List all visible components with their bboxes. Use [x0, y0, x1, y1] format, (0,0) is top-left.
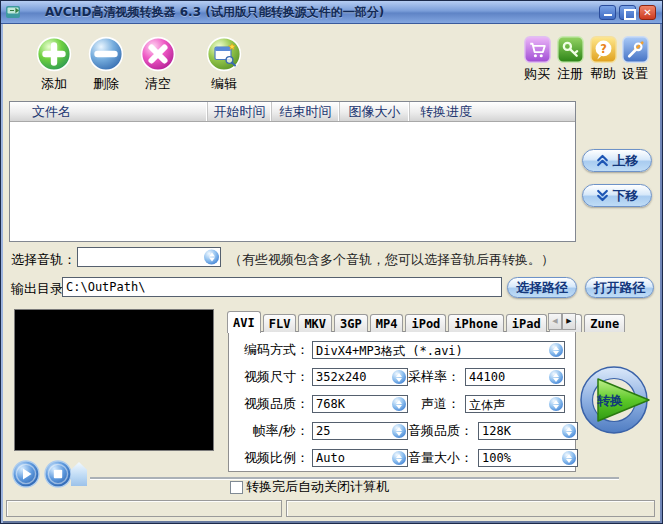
stop-button[interactable] [44, 460, 72, 488]
window-title: AVCHD高清视频转换器 6.3 (试用版只能转换源文件的一部分) [45, 4, 384, 21]
settings-button[interactable]: 设置 [618, 36, 652, 83]
spinner-icon[interactable] [204, 250, 219, 265]
remove-button[interactable]: 删除 [83, 36, 129, 93]
tab-flv[interactable]: FLV [263, 314, 297, 332]
spinner-icon[interactable] [392, 451, 406, 465]
tab-scroll: ◀ ▶ [548, 313, 576, 330]
stop-icon [44, 460, 72, 488]
column-filename[interactable]: 文件名 [10, 102, 208, 121]
move-up-button[interactable]: 上移 [582, 149, 652, 172]
move-down-button[interactable]: 下移 [582, 184, 652, 207]
spinner-icon[interactable] [549, 397, 563, 411]
channel-select[interactable]: 立体声 [465, 395, 565, 413]
video-size-value: 352x240 [316, 370, 389, 384]
video-quality-label: 视频品质： [237, 395, 309, 413]
minimize-button[interactable] [599, 5, 616, 20]
volume-value: 100% [482, 451, 559, 465]
seek-slider-thumb[interactable] [71, 462, 87, 486]
spinner-icon[interactable] [392, 424, 406, 438]
choose-path-button[interactable]: 选择路径 [507, 277, 577, 298]
tab-scroll-right-icon[interactable]: ▶ [562, 313, 576, 330]
double-chevron-up-icon [596, 154, 609, 167]
spinner-icon[interactable] [549, 343, 563, 357]
shutdown-option: 转换完后自动关闭计算机 [230, 478, 389, 496]
aspect-row: 视频比例： Auto 音量大小： 100% [237, 448, 565, 468]
convert-icon: 转换 [579, 364, 657, 436]
audio-quality-value: 128K [482, 424, 559, 438]
app-icon [5, 4, 21, 20]
spinner-icon[interactable] [562, 424, 576, 438]
spinner-icon[interactable] [549, 370, 563, 384]
add-button[interactable]: 添加 [31, 36, 77, 93]
edit-button[interactable]: 编辑 [201, 36, 247, 93]
clear-label: 清空 [135, 75, 181, 93]
shutdown-checkbox-label: 转换完后自动关闭计算机 [246, 478, 389, 496]
encode-settings-panel: 编码方式： DivX4+MP3格式 (*.avi) 视频尺寸： 352x240 … [228, 331, 576, 472]
spinner-icon[interactable] [562, 451, 576, 465]
aspect-value: Auto [316, 451, 389, 465]
shutdown-checkbox[interactable] [230, 481, 243, 494]
convert-button[interactable]: 转换 [579, 364, 657, 436]
aspect-label: 视频比例： [237, 449, 309, 467]
video-preview [14, 309, 214, 451]
tab-scroll-left-icon[interactable]: ◀ [548, 313, 562, 330]
remove-icon [88, 36, 124, 72]
title-bar: AVCHD高清视频转换器 6.3 (试用版只能转换源文件的一部分) [1, 1, 662, 24]
video-size-select[interactable]: 352x240 [312, 368, 408, 386]
tab-avi[interactable]: AVI [227, 311, 261, 333]
aspect-select[interactable]: Auto [312, 449, 408, 467]
open-path-button[interactable]: 打开路径 [585, 277, 654, 298]
spinner-icon[interactable] [392, 397, 406, 411]
clear-button[interactable]: 清空 [135, 36, 181, 93]
help-button[interactable]: ? 帮助 [586, 36, 620, 83]
encoding-select[interactable]: DivX4+MP3格式 (*.avi) [312, 341, 565, 359]
column-end-time[interactable]: 结束时间 [272, 102, 340, 121]
column-progress[interactable]: 转换进度 [410, 102, 575, 121]
column-image-size[interactable]: 图像大小 [340, 102, 410, 121]
file-list[interactable]: 文件名 开始时间 结束时间 图像大小 转换进度 [9, 101, 576, 242]
frame-rate-row: 帧率/秒： 25 音频品质： 128K [237, 421, 565, 441]
video-size-row: 视频尺寸： 352x240 采样率： 44100 [237, 367, 565, 387]
audio-track-hint: （有些视频包含多个音轨，您可以选择音轨后再转换。） [229, 251, 554, 269]
video-quality-row: 视频品质： 768K 声道： 立体声 [237, 394, 565, 414]
play-icon [12, 460, 40, 488]
buy-button[interactable]: 购买 [520, 36, 554, 83]
file-list-header: 文件名 开始时间 结束时间 图像大小 转换进度 [10, 102, 575, 122]
audio-track-select[interactable] [77, 247, 221, 267]
sample-rate-select[interactable]: 44100 [465, 368, 565, 386]
status-panel-left [6, 500, 282, 517]
tab-iphone[interactable]: iPhone [448, 314, 503, 332]
encoding-row: 编码方式： DivX4+MP3格式 (*.avi) [237, 340, 565, 360]
audio-track-label: 选择音轨： [11, 251, 76, 269]
close-button[interactable] [639, 5, 656, 20]
sample-rate-value: 44100 [469, 370, 546, 384]
remove-label: 删除 [83, 75, 129, 93]
audio-quality-select[interactable]: 128K [478, 422, 578, 440]
video-quality-select[interactable]: 768K [312, 395, 408, 413]
buy-label: 购买 [520, 65, 554, 83]
column-start-time[interactable]: 开始时间 [208, 102, 272, 121]
svg-text:?: ? [600, 42, 607, 56]
open-path-label: 打开路径 [594, 279, 646, 297]
tab-ipod[interactable]: iPod [405, 314, 446, 332]
sample-rate-label: 采样率： [408, 368, 462, 386]
video-quality-value: 768K [316, 397, 389, 411]
help-icon: ? [590, 36, 617, 63]
video-size-label: 视频尺寸： [237, 368, 309, 386]
play-button[interactable] [12, 460, 40, 488]
frame-rate-value: 25 [316, 424, 389, 438]
tab-mkv[interactable]: MKV [298, 314, 332, 332]
tab-3gp[interactable]: 3GP [334, 314, 368, 332]
help-label: 帮助 [586, 65, 620, 83]
tab-ipad[interactable]: iPad [506, 314, 547, 332]
output-path-input[interactable] [62, 277, 502, 297]
maximize-button[interactable] [619, 5, 636, 20]
spinner-icon[interactable] [392, 370, 406, 384]
tools-icon [622, 36, 649, 63]
frame-rate-select[interactable]: 25 [312, 422, 408, 440]
tab-zune[interactable]: Zune [584, 314, 625, 332]
tab-mp4[interactable]: MP4 [370, 314, 404, 332]
volume-select[interactable]: 100% [478, 449, 578, 467]
register-button[interactable]: 注册 [553, 36, 587, 83]
move-up-label: 上移 [613, 152, 639, 170]
